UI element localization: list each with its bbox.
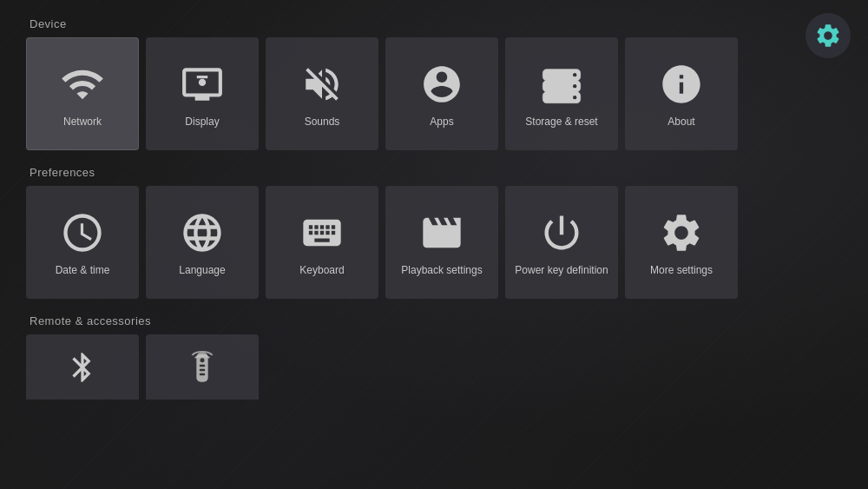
globe-icon	[178, 208, 227, 257]
remote-grid	[26, 334, 842, 400]
date-time-label: Date & time	[56, 264, 110, 276]
tile-apps[interactable]: Apps	[385, 37, 498, 150]
svg-point-4	[573, 73, 576, 76]
svg-rect-11	[200, 373, 206, 375]
about-label: About	[667, 116, 694, 128]
tile-playback-settings[interactable]: Playback settings	[385, 186, 498, 299]
remote-accessories-section: Remote & accessories	[26, 314, 842, 400]
tile-sounds[interactable]: Sounds	[266, 37, 378, 150]
tile-network[interactable]: Network	[26, 37, 139, 150]
settings-gear-button[interactable]	[806, 13, 851, 58]
svg-rect-7	[196, 353, 207, 381]
apps-label: Apps	[430, 116, 453, 128]
power-key-label: Power key definition	[515, 264, 608, 276]
power-icon	[537, 208, 586, 257]
tile-remote-control[interactable]	[146, 334, 259, 400]
tile-language[interactable]: Language	[146, 186, 259, 299]
gear-icon	[814, 22, 842, 50]
main-content: Device Network	[0, 0, 868, 417]
tile-storage-reset[interactable]: Storage & reset	[505, 37, 618, 150]
device-section-label: Device	[30, 17, 842, 30]
more-settings-label: More settings	[650, 264, 713, 276]
bluetooth-icon	[65, 350, 100, 385]
tile-power-key[interactable]: Power key definition	[505, 186, 618, 299]
preferences-section-label: Preferences	[30, 166, 842, 179]
keyboard-icon	[298, 208, 346, 257]
film-icon	[418, 208, 466, 257]
tile-bluetooth[interactable]	[26, 334, 139, 400]
sounds-icon	[298, 60, 346, 109]
tile-display[interactable]: Display	[146, 37, 259, 150]
about-icon	[657, 60, 706, 109]
display-icon	[178, 60, 227, 109]
storage-reset-label: Storage & reset	[525, 116, 597, 128]
svg-point-8	[201, 358, 205, 362]
apps-icon	[418, 60, 466, 109]
keyboard-label: Keyboard	[299, 264, 344, 276]
svg-rect-9	[200, 364, 206, 367]
device-section: Device Network	[26, 17, 842, 150]
svg-rect-10	[200, 368, 206, 371]
clock-icon	[58, 208, 107, 257]
preferences-grid: Date & time Language Keyboard	[26, 186, 842, 299]
display-label: Display	[185, 116, 219, 128]
network-icon	[58, 60, 107, 109]
tile-keyboard[interactable]: Keyboard	[266, 186, 378, 299]
storage-icon	[537, 60, 586, 109]
network-label: Network	[63, 116, 102, 128]
device-grid: Network Display	[26, 37, 842, 150]
top-bar	[806, 13, 851, 58]
playback-settings-label: Playback settings	[401, 264, 482, 276]
tile-about[interactable]: About	[625, 37, 738, 150]
svg-point-6	[573, 96, 576, 99]
sounds-label: Sounds	[305, 116, 340, 128]
tile-date-time[interactable]: Date & time	[26, 186, 139, 299]
svg-point-0	[199, 79, 206, 86]
svg-point-5	[573, 84, 576, 88]
remote-icon	[185, 350, 220, 385]
remote-section-label: Remote & accessories	[30, 314, 842, 327]
tile-more-settings[interactable]: More settings	[625, 186, 738, 299]
preferences-section: Preferences Date & time Language	[26, 166, 842, 299]
language-label: Language	[179, 264, 225, 276]
more-settings-icon	[657, 208, 706, 257]
